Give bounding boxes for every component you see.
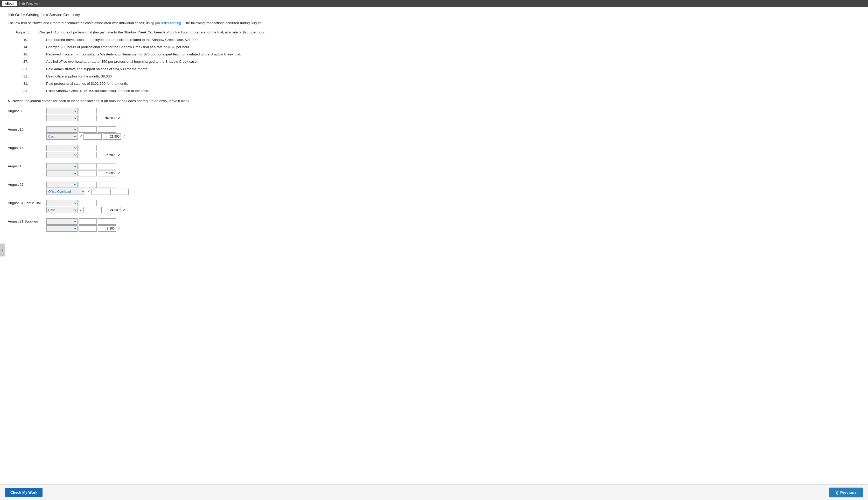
- entry-aug31-supplies-credit2[interactable]: [98, 225, 116, 231]
- trans-text-aug31-admin: Paid administrative and support salaries…: [46, 67, 277, 72]
- instruction-label: a.: [8, 99, 11, 103]
- entry-aug14-check: ✓: [118, 152, 121, 157]
- entry-aug31-supplies-account2[interactable]: Office Supplies Cash: [46, 225, 78, 231]
- entry-aug27-label: August 27: [8, 183, 45, 186]
- entry-aug3-credit2[interactable]: [98, 115, 116, 121]
- transaction-aug18: 18. Received invoice from consultants We…: [23, 52, 277, 57]
- trans-date-aug31-salaries: 31.: [23, 81, 44, 86]
- entry-aug18-account1[interactable]: Work in Process Cash Accounts Payable: [46, 163, 78, 169]
- trans-date-aug31-billed: 31.: [23, 88, 44, 93]
- transaction-aug14: 14. Charged 280 hours of professional ti…: [23, 45, 277, 50]
- entry-aug18-credit1[interactable]: [98, 163, 116, 169]
- entry-aug18-account2[interactable]: Cash Accounts Payable: [46, 170, 78, 177]
- entry-aug31-admin-check: ✓: [122, 207, 126, 213]
- job-order-costing-link[interactable]: job order costing: [155, 21, 181, 25]
- trans-text-aug27: Applied office overhead at a rate of $50…: [46, 59, 277, 64]
- print-icon: 🖶: [22, 2, 25, 5]
- entry-aug3-debit1[interactable]: [79, 108, 97, 114]
- transaction-aug31-supplies: 31. Used office supplies for the month, …: [23, 74, 277, 79]
- entry-aug18-row2: Cash Accounts Payable ✓: [8, 170, 277, 177]
- transaction-aug31-salaries: 31. Paid professional salaries of $192,5…: [23, 81, 277, 86]
- entry-aug31-supplies-debit2[interactable]: [79, 225, 97, 231]
- transaction-aug27: 27. Applied office overhead at a rate of…: [23, 59, 277, 64]
- entry-aug31-supplies-account1[interactable]: Office Supplies Expense Office Supplies …: [46, 218, 78, 225]
- entry-aug14-debit2[interactable]: [79, 152, 97, 158]
- entry-aug10-check: ✓: [122, 134, 126, 139]
- sidebar-toggle[interactable]: ‹: [0, 243, 5, 257]
- entry-aug10-row1: August 10 Work in Process Cash Accounts …: [8, 126, 277, 133]
- entry-aug10-credit1[interactable]: [98, 126, 116, 133]
- entry-aug10-account1[interactable]: Work in Process Cash Accounts Payable: [46, 126, 78, 133]
- entry-aug14-row1: August 14 Work in Process Cash: [8, 145, 277, 151]
- instruction-text: a. Provide the journal entries for each …: [8, 99, 277, 103]
- entry-aug31-supplies-label: August 31 Supplies: [8, 219, 45, 223]
- entry-aug18-label: August 18: [8, 164, 45, 168]
- entry-aug31-admin-account2[interactable]: Cash Accounts Payable Administrative Sal…: [46, 207, 78, 213]
- trans-text-aug31-billed: Billed Shadow Creek $345,700 for success…: [46, 88, 277, 93]
- entry-aug3-debit2[interactable]: [79, 115, 97, 121]
- print-button[interactable]: 🖶 Print Item: [22, 2, 40, 5]
- intro-paragraph: The law firm of Prawitt and Bradford acc…: [8, 21, 277, 26]
- entry-aug18-credit2[interactable]: [98, 170, 116, 177]
- entry-aug14-credit1[interactable]: [98, 145, 116, 151]
- entry-aug10-row2: Cash Work in Process Accounts Payable Of…: [8, 134, 277, 140]
- ebook-button[interactable]: eBook: [2, 1, 17, 6]
- entry-aug3-account1[interactable]: Work in Process Cash Accounts Payable Of…: [46, 108, 78, 114]
- entry-aug31-admin-row2: Cash Accounts Payable Administrative Sal…: [8, 207, 277, 213]
- entry-aug31-supplies-row1: August 31 Supplies Office Supplies Expen…: [8, 218, 277, 225]
- entry-aug31-admin-account1[interactable]: Administrative Salaries Expense Cash Acc…: [46, 200, 78, 206]
- trans-text-aug10: Reimbursed travel costs to employees for…: [46, 37, 277, 43]
- entry-aug31-supplies: August 31 Supplies Office Supplies Expen…: [8, 218, 277, 231]
- transaction-aug3: August 3. Charged 410 hours of professio…: [15, 30, 277, 35]
- entry-aug10-debit2[interactable]: [84, 134, 102, 140]
- entry-aug3-check: ✓: [118, 115, 121, 121]
- entry-aug14-account1[interactable]: Work in Process Cash: [46, 145, 78, 151]
- entry-aug31-supplies-debit1[interactable]: [79, 218, 97, 225]
- trans-text-aug31-salaries: Paid professional salaries of $192,500 f…: [46, 81, 277, 86]
- entry-aug27-debit1[interactable]: [79, 182, 97, 188]
- entry-aug14-account2[interactable]: Cash Professional Salaries Payable: [46, 152, 78, 158]
- transaction-aug10: 10. Reimbursed travel costs to employees…: [23, 37, 277, 43]
- top-bar: eBook | 🖶 Print Item: [0, 0, 868, 7]
- entry-aug31-admin-debit1[interactable]: [79, 200, 97, 206]
- entry-aug3-label: August 3: [8, 109, 45, 113]
- entry-aug10-account-check: ✓: [79, 134, 82, 139]
- trans-date-aug10: 10.: [23, 37, 44, 43]
- entry-aug27-credit1[interactable]: [98, 182, 116, 188]
- entry-aug3-account2[interactable]: Work in Process Cash Accounts Payable Of…: [46, 115, 78, 121]
- entry-aug31-admin-credit2[interactable]: [103, 207, 121, 213]
- entry-aug18-debit2[interactable]: [79, 170, 97, 177]
- trans-date-aug14: 14.: [23, 45, 44, 50]
- trans-date-aug31-supplies: 31.: [23, 74, 44, 79]
- entry-aug31-supplies-credit1[interactable]: [98, 218, 116, 225]
- entry-aug14-label: August 14: [8, 146, 45, 150]
- entry-aug27-debit2[interactable]: [91, 189, 109, 195]
- entry-aug27-account2[interactable]: Office Overhead Cash Work in Process Acc…: [46, 189, 85, 195]
- trans-text-aug18: Received invoice from consultants Wester…: [46, 52, 277, 57]
- trans-text-aug31-supplies: Used office supplies for the month, $8,3…: [46, 74, 277, 79]
- entry-aug10: August 10 Work in Process Cash Accounts …: [8, 126, 277, 140]
- transaction-aug31-billed: 31. Billed Shadow Creek $345,700 for suc…: [23, 88, 277, 93]
- entry-aug27-account1[interactable]: Work in Process Office Overhead Cash: [46, 182, 78, 188]
- entry-aug31-admin-credit1[interactable]: [98, 200, 116, 206]
- entry-aug14-credit2[interactable]: [98, 152, 116, 158]
- trans-text-aug14: Charged 280 hours of professional time f…: [46, 45, 277, 50]
- entry-aug18-row1: August 18 Work in Process Cash Accounts …: [8, 163, 277, 169]
- entry-aug3-credit1[interactable]: [98, 108, 116, 114]
- transaction-aug31-admin: 31. Paid administrative and support sala…: [23, 67, 277, 72]
- entry-aug31-admin-debit2[interactable]: [84, 207, 102, 213]
- entry-aug10-debit1[interactable]: [79, 126, 97, 133]
- entry-aug31-supplies-check: ✓: [118, 226, 121, 231]
- trans-date-aug27: 27.: [23, 59, 44, 64]
- entry-aug27-credit2[interactable]: [110, 189, 129, 195]
- entry-aug14-row2: Cash Professional Salaries Payable ✓: [8, 152, 277, 158]
- entry-aug14-debit1[interactable]: [79, 145, 97, 151]
- entry-aug18-check: ✓: [118, 171, 121, 175]
- entry-aug18-debit1[interactable]: [79, 163, 97, 169]
- entry-aug18: August 18 Work in Process Cash Accounts …: [8, 163, 277, 177]
- entry-aug10-credit2[interactable]: [103, 134, 121, 140]
- entry-aug31-admin: August 31 Admin. sal. Administrative Sal…: [8, 200, 277, 213]
- entry-aug27-row1: August 27 Work in Process Office Overhea…: [8, 182, 277, 188]
- entry-aug3-row1: August 3 Work in Process Cash Accounts P…: [8, 108, 277, 114]
- entry-aug10-account2[interactable]: Cash Work in Process Accounts Payable Of…: [46, 134, 78, 140]
